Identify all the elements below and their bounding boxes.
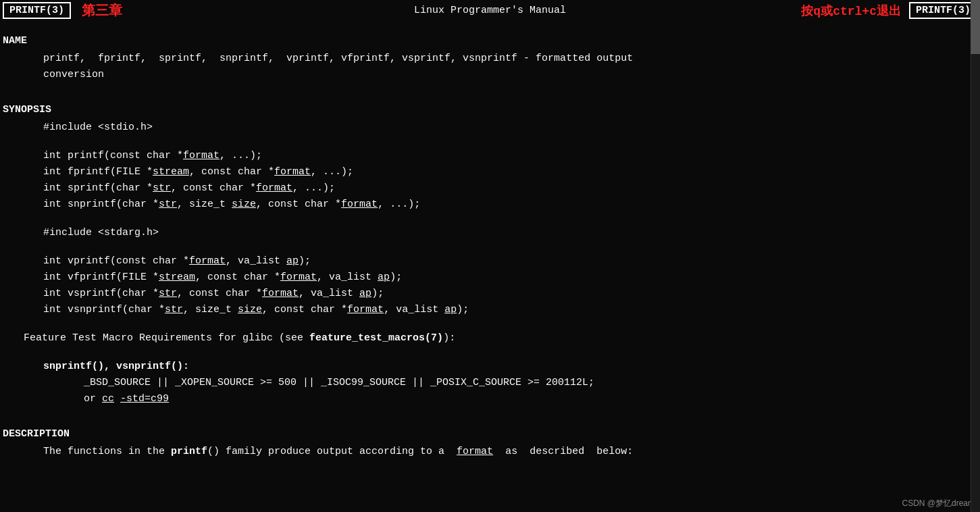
func-fprintf: int fprintf(FILE *stream, const char *fo… [43, 164, 977, 180]
feature-test-line: Feature Test Macro Requirements for glib… [3, 330, 977, 347]
printf-box-right: PRINTF(3) [909, 2, 977, 19]
description-body: The functions in the printf() family pro… [43, 444, 977, 460]
header: PRINTF(3) 第三章 Linux Programmer's Manual … [0, 0, 980, 21]
synopsis-section-title: SYNOPSIS [3, 102, 977, 118]
printf-box-left: PRINTF(3) [3, 2, 71, 19]
include-stdio: #include <stdio.h> [43, 120, 977, 136]
func-vprintf: int vprintf(const char *format, va_list … [43, 253, 977, 270]
func-vsnprintf: int vsnprintf(char *str, size_t size, co… [43, 302, 977, 318]
description-section-title: DESCRIPTION [3, 426, 977, 442]
bsd-source-line: _BSD_SOURCE || _XOPEN_SOURCE >= 500 || _… [84, 375, 977, 391]
name-section-title: NAME [3, 33, 977, 49]
quit-hint: 按q或ctrl+c退出 [801, 3, 901, 19]
header-left: PRINTF(3) 第三章 [3, 1, 122, 20]
include-stdarg: #include <stdarg.h> [43, 225, 977, 241]
func-snprintf: int snprintf(char *str, size_t size, con… [43, 197, 977, 213]
or-cc-line: or cc -std=c99 [84, 391, 977, 407]
snprintf-label: snprintf(), vsnprintf(): [43, 359, 977, 375]
main-content: NAME printf, fprintf, sprintf, snprintf,… [0, 21, 980, 465]
chapter-label: 第三章 [82, 1, 122, 20]
func-vfprintf: int vfprintf(FILE *stream, const char *f… [43, 270, 977, 286]
header-center-title: Linux Programmer's Manual [414, 5, 566, 16]
scrollbar-thumb[interactable] [971, 0, 980, 54]
name-body: printf, fprintf, sprintf, snprintf, vpri… [43, 51, 977, 83]
func-printf: int printf(const char *format, ...); [43, 148, 977, 164]
func-vsprintf: int vsprintf(char *str, const char *form… [43, 286, 977, 302]
func-sprintf: int sprintf(char *str, const char *forma… [43, 180, 977, 197]
scrollbar[interactable] [971, 0, 980, 512]
watermark: CSDN @梦忆dream [902, 498, 975, 509]
header-right: 按q或ctrl+c退出 PRINTF(3) [801, 2, 977, 19]
